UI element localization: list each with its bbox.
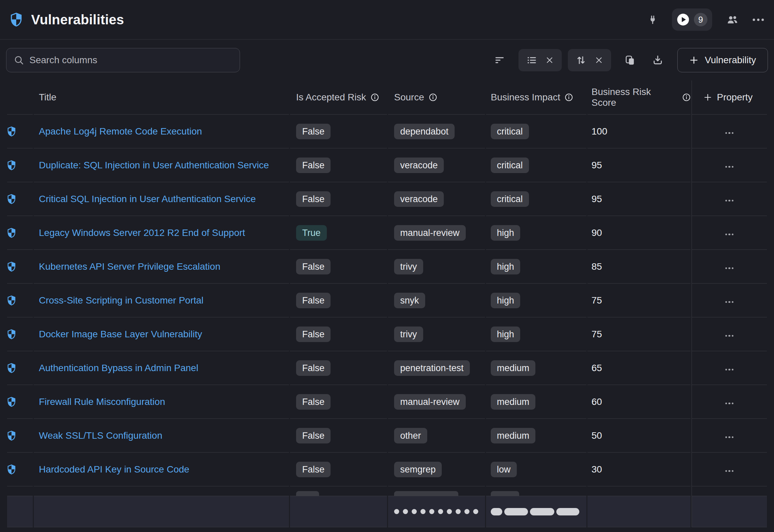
row-shield-icon [7,194,16,204]
risk-score-value: 95 [591,160,602,170]
accepted-risk-badge: False [296,293,331,308]
risk-score-value: 65 [591,363,602,373]
clear-sort-button[interactable] [595,56,603,64]
row-actions-button[interactable] [722,264,737,273]
column-header-business-impact[interactable]: Business Impact [486,80,586,114]
filter-lines-icon [494,55,505,66]
row-shield-icon [7,431,16,441]
row-actions-button[interactable] [722,399,737,408]
vulnerability-title-link[interactable]: Kubernetes API Server Privilege Escalati… [39,261,220,272]
table-row: Apache Log4j Remote Code Execution False… [7,114,767,148]
plug-icon [648,15,658,25]
row-actions-button[interactable] [722,433,737,442]
risk-score-value: 90 [591,227,602,238]
source-badge: snyk [394,293,425,308]
accepted-risk-badge: False [296,360,331,376]
top-bar-actions: 9 [648,8,764,31]
add-vulnerability-label: Vulnerability [705,55,756,66]
clear-group-by-button[interactable] [546,56,554,64]
impact-badge: high [491,259,520,274]
download-icon [652,55,663,66]
source-badge: veracode [394,191,444,207]
copy-button[interactable] [621,51,639,69]
vulnerability-title-link[interactable]: Authentication Bypass in Admin Panel [39,363,198,373]
plus-icon [703,93,712,102]
row-actions-button[interactable] [722,163,737,171]
table-toolbar: Vulnerability [0,40,774,80]
impact-badge: medium [491,360,535,376]
row-shield-icon [7,160,16,170]
column-header-is-accepted-risk[interactable]: Is Accepted Risk [290,80,387,114]
row-actions-button[interactable] [722,129,737,138]
impact-badge: low [491,462,517,477]
row-actions-button[interactable] [722,298,737,307]
group-by-control[interactable] [518,49,562,71]
row-actions-button[interactable] [722,196,737,205]
source-badge: trivy [394,259,423,274]
row-shield-icon [7,397,16,407]
vulnerability-title-link[interactable]: Cross-Site Scripting in Customer Portal [39,295,203,306]
vulnerability-title-link[interactable]: Docker Image Base Layer Vulnerability [39,329,202,339]
integrations-plug-button[interactable] [648,15,658,25]
table-row: Critical SQL Injection in User Authentic… [7,182,767,216]
row-actions-button[interactable] [722,365,737,374]
list-icon [527,55,537,65]
runs-button[interactable]: 9 [672,8,712,31]
info-icon[interactable] [429,93,437,101]
runs-count-badge: 9 [694,13,707,26]
more-options-button[interactable] [753,19,764,21]
vulnerability-title-link[interactable]: Legacy Windows Server 2012 R2 End of Sup… [39,227,245,238]
column-header-title[interactable]: Title [34,80,289,114]
search-columns-box [6,48,240,72]
app-shield-logo-icon [10,13,22,27]
column-header-source[interactable]: Source [388,80,485,114]
vulnerability-title-link[interactable]: Weak SSL/TLS Configuration [39,430,162,441]
add-vulnerability-button[interactable]: Vulnerability [677,48,768,72]
add-property-header[interactable]: Property [692,80,767,114]
source-badge: trivy [394,327,423,342]
search-icon [14,55,24,65]
download-button[interactable] [649,51,667,69]
vulnerability-title-link[interactable]: Critical SQL Injection in User Authentic… [39,194,256,204]
search-columns-input[interactable] [29,55,232,66]
toolbar-actions: Vulnerability [491,48,768,72]
filter-button[interactable] [491,51,508,69]
source-badge: penetration-test [394,360,470,376]
top-bar: Vulnerabilities 9 [0,0,774,40]
users-button[interactable] [726,15,739,25]
info-icon[interactable] [371,93,379,101]
accepted-risk-badge: False [296,394,331,410]
skeleton-pills [486,508,586,515]
accepted-risk-badge: False [296,259,331,274]
row-shield-icon [7,329,16,339]
partially-visible-row [7,486,767,496]
accepted-risk-badge: False [296,158,331,173]
risk-score-value: 50 [591,430,602,441]
table-row: Duplicate: SQL Injection in User Authent… [7,148,767,182]
impact-badge: critical [491,191,529,207]
impact-badge: critical [491,158,529,173]
sort-control[interactable] [568,49,611,71]
vulnerability-title-link[interactable]: Duplicate: SQL Injection in User Authent… [39,160,269,170]
row-actions-button[interactable] [722,332,737,340]
table-row: Docker Image Base Layer Vulnerability Fa… [7,317,767,351]
plus-icon [689,55,699,65]
info-icon[interactable] [565,93,573,101]
row-shield-icon [7,464,16,475]
risk-score-value: 100 [591,126,607,137]
row-actions-button[interactable] [722,467,737,476]
vulnerability-title-link[interactable]: Firewall Rule Misconfiguration [39,396,165,407]
impact-badge: high [491,327,520,342]
info-icon[interactable] [682,93,691,101]
table-row: Cross-Site Scripting in Customer Portal … [7,283,767,317]
x-icon [595,56,603,64]
impact-badge: high [491,225,520,241]
row-shield-icon [7,126,16,137]
row-actions-button[interactable] [722,230,737,239]
accepted-risk-badge: False [296,327,331,342]
vulnerability-title-link[interactable]: Apache Log4j Remote Code Execution [39,126,202,137]
vulnerability-title-link[interactable]: Hardcoded API Key in Source Code [39,464,189,475]
accepted-risk-badge: False [296,428,331,443]
table-row: Firewall Rule Misconfiguration False man… [7,385,767,418]
column-header-business-risk-score[interactable]: Business Risk Score [587,80,691,114]
